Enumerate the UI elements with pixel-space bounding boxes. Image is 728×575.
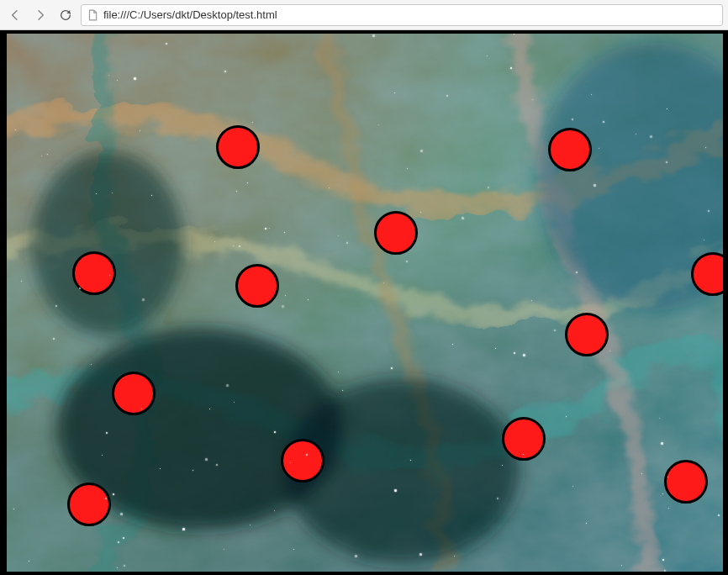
star-speck xyxy=(224,71,226,72)
marker-layer xyxy=(7,34,723,572)
star-speck xyxy=(282,305,284,308)
star-speck xyxy=(514,352,515,354)
marker-m9[interactable] xyxy=(502,417,546,461)
back-button[interactable] xyxy=(5,5,25,25)
marker-m5[interactable] xyxy=(691,252,723,296)
star-speck xyxy=(410,460,411,461)
page-viewport xyxy=(0,30,728,575)
star-speck xyxy=(308,299,309,300)
star-speck xyxy=(239,245,240,247)
star-speck xyxy=(47,154,48,155)
star-speck xyxy=(108,75,109,76)
star-speck xyxy=(252,122,253,123)
star-speck xyxy=(667,108,667,109)
star-speck xyxy=(487,55,488,56)
star-speck xyxy=(488,187,489,188)
page-icon xyxy=(87,8,98,22)
star-speck xyxy=(502,465,503,466)
star-speck xyxy=(355,555,357,557)
marker-m0[interactable] xyxy=(216,125,260,169)
star-speck xyxy=(599,148,599,149)
star-speck xyxy=(446,95,448,97)
star-speck xyxy=(650,135,652,138)
star-speck xyxy=(216,464,218,466)
star-speck xyxy=(21,281,22,282)
star-speck xyxy=(285,295,286,296)
star-speck xyxy=(338,372,339,372)
star-speck xyxy=(293,549,294,550)
marker-m10[interactable] xyxy=(67,483,111,526)
marker-m7[interactable] xyxy=(112,372,156,415)
marker-m8[interactable] xyxy=(281,439,324,483)
marker-m6[interactable] xyxy=(565,313,609,356)
star-speck xyxy=(621,565,622,566)
marker-m11[interactable] xyxy=(664,460,708,504)
star-speck xyxy=(378,124,379,125)
star-speck xyxy=(372,34,375,37)
star-speck xyxy=(523,454,524,455)
star-speck xyxy=(531,300,532,301)
star-speck xyxy=(265,228,266,229)
star-speck xyxy=(205,458,208,461)
star-speck xyxy=(338,235,339,236)
star-speck xyxy=(113,493,114,495)
reload-button[interactable] xyxy=(55,5,76,25)
browser-toolbar: file:///C:/Users/dkt/Desktop/test.html xyxy=(0,0,728,30)
star-speck xyxy=(209,409,210,409)
star-speck xyxy=(140,130,140,131)
marker-m1[interactable] xyxy=(548,128,592,171)
forward-button[interactable] xyxy=(30,5,50,25)
star-speck xyxy=(274,510,275,511)
star-speck xyxy=(462,217,464,219)
star-speck xyxy=(510,67,512,69)
star-speck xyxy=(269,228,270,229)
star-speck xyxy=(53,338,55,340)
star-speck xyxy=(160,468,161,469)
star-speck xyxy=(233,245,234,246)
star-speck xyxy=(250,525,251,525)
star-speck xyxy=(117,80,118,81)
star-speck xyxy=(495,348,496,349)
star-speck xyxy=(247,182,248,183)
address-bar[interactable]: file:///C:/Users/dkt/Desktop/test.html xyxy=(81,4,723,26)
star-speck xyxy=(603,121,604,123)
star-speck xyxy=(142,298,145,301)
star-speck xyxy=(55,305,57,307)
star-speck xyxy=(394,489,397,492)
star-speck xyxy=(112,193,113,193)
star-speck xyxy=(661,442,663,445)
star-speck xyxy=(454,556,455,557)
star-speck xyxy=(514,34,514,34)
star-speck xyxy=(641,473,642,474)
star-speck xyxy=(554,330,556,331)
star-speck xyxy=(664,570,666,572)
star-speck xyxy=(342,390,343,391)
arrow-left-icon xyxy=(8,8,22,22)
star-speck xyxy=(572,486,573,487)
star-speck xyxy=(124,565,125,567)
star-speck xyxy=(407,168,408,169)
star-speck xyxy=(166,43,167,45)
star-speck xyxy=(224,549,224,550)
star-speck xyxy=(566,416,567,417)
marker-m2[interactable] xyxy=(374,211,418,255)
arrow-right-icon xyxy=(34,8,47,22)
star-speck xyxy=(193,470,193,471)
star-speck xyxy=(182,528,185,530)
star-speck xyxy=(96,193,97,194)
marker-m4[interactable] xyxy=(235,264,279,308)
star-speck xyxy=(406,261,408,262)
star-speck xyxy=(290,462,291,463)
star-speck xyxy=(659,418,660,419)
star-speck xyxy=(576,272,578,273)
star-speck xyxy=(572,119,573,120)
star-speck xyxy=(704,240,704,240)
star-speck xyxy=(668,508,669,509)
star-speck xyxy=(346,242,348,244)
rendered-page[interactable] xyxy=(7,34,723,572)
star-speck xyxy=(134,77,136,80)
star-speck xyxy=(123,537,124,539)
star-speck xyxy=(234,402,235,403)
star-speck xyxy=(666,161,667,163)
star-speck xyxy=(523,354,525,356)
